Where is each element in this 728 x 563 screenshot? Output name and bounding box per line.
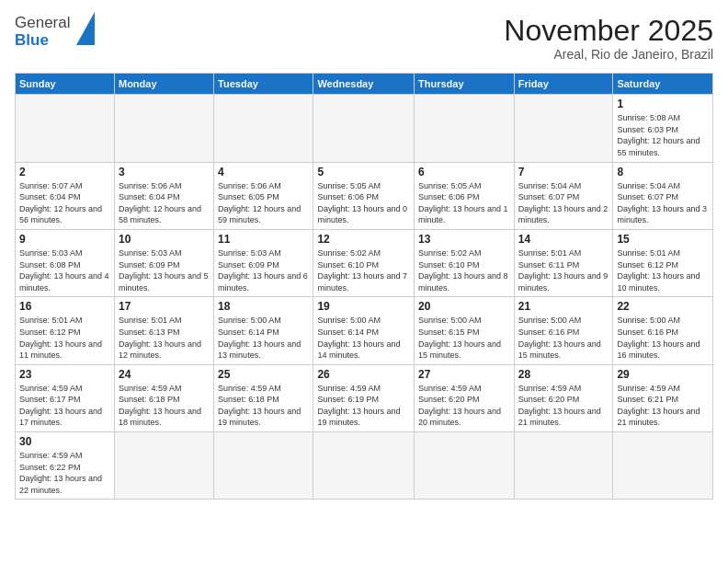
weekday-header-wednesday: Wednesday xyxy=(313,74,415,95)
calendar-cell: 29Sunrise: 4:59 AM Sunset: 6:21 PM Dayli… xyxy=(613,364,713,431)
day-info: Sunrise: 5:04 AM Sunset: 6:07 PM Dayligh… xyxy=(518,180,609,226)
calendar-cell: 3Sunrise: 5:06 AM Sunset: 6:04 PM Daylig… xyxy=(114,162,213,229)
calendar-cell: 2Sunrise: 5:07 AM Sunset: 6:04 PM Daylig… xyxy=(16,162,115,229)
day-number: 3 xyxy=(119,166,210,178)
calendar-cell xyxy=(415,95,515,162)
calendar-cell: 18Sunrise: 5:00 AM Sunset: 6:14 PM Dayli… xyxy=(214,297,313,364)
day-number: 12 xyxy=(317,233,410,246)
day-info: Sunrise: 5:05 AM Sunset: 6:06 PM Dayligh… xyxy=(418,180,510,226)
weekday-header-thursday: Thursday xyxy=(415,74,515,95)
day-number: 26 xyxy=(317,368,410,381)
day-number: 14 xyxy=(518,233,609,246)
calendar-cell xyxy=(313,95,415,162)
day-number: 4 xyxy=(218,166,309,178)
calendar-cell xyxy=(114,95,213,162)
weekday-header-monday: Monday xyxy=(114,74,213,95)
calendar-cell: 24Sunrise: 4:59 AM Sunset: 6:18 PM Dayli… xyxy=(114,364,213,431)
day-info: Sunrise: 4:59 AM Sunset: 6:22 PM Dayligh… xyxy=(19,450,110,496)
calendar-cell xyxy=(415,432,515,500)
day-info: Sunrise: 5:00 AM Sunset: 6:16 PM Dayligh… xyxy=(518,315,609,361)
calendar-cell: 15Sunrise: 5:01 AM Sunset: 6:12 PM Dayli… xyxy=(613,229,713,296)
calendar-cell xyxy=(16,95,115,162)
day-number: 11 xyxy=(218,233,309,246)
day-info: Sunrise: 4:59 AM Sunset: 6:17 PM Dayligh… xyxy=(19,383,110,429)
calendar-cell: 6Sunrise: 5:05 AM Sunset: 6:06 PM Daylig… xyxy=(415,162,515,229)
calendar-cell: 10Sunrise: 5:03 AM Sunset: 6:09 PM Dayli… xyxy=(114,229,213,296)
calendar-cell: 8Sunrise: 5:04 AM Sunset: 6:07 PM Daylig… xyxy=(613,162,713,229)
calendar-cell xyxy=(514,432,613,500)
day-number: 25 xyxy=(218,368,309,381)
day-number: 27 xyxy=(418,368,510,381)
location-subtitle: Areal, Rio de Janeiro, Brazil xyxy=(504,47,713,62)
day-info: Sunrise: 5:08 AM Sunset: 6:03 PM Dayligh… xyxy=(617,112,709,158)
day-info: Sunrise: 4:59 AM Sunset: 6:20 PM Dayligh… xyxy=(518,383,609,429)
day-info: Sunrise: 5:03 AM Sunset: 6:08 PM Dayligh… xyxy=(19,247,110,293)
calendar-cell: 30Sunrise: 4:59 AM Sunset: 6:22 PM Dayli… xyxy=(16,432,115,500)
day-number: 24 xyxy=(119,368,210,381)
calendar-cell: 25Sunrise: 4:59 AM Sunset: 6:18 PM Dayli… xyxy=(214,364,313,431)
calendar-cell: 12Sunrise: 5:02 AM Sunset: 6:10 PM Dayli… xyxy=(313,229,415,296)
day-number: 6 xyxy=(418,166,510,178)
day-info: Sunrise: 5:00 AM Sunset: 6:16 PM Dayligh… xyxy=(617,315,709,361)
header: General Blue November 2025 Areal, Rio de… xyxy=(15,15,713,62)
day-info: Sunrise: 4:59 AM Sunset: 6:18 PM Dayligh… xyxy=(119,383,210,429)
day-number: 7 xyxy=(518,166,609,178)
weekday-header-saturday: Saturday xyxy=(613,74,713,95)
day-info: Sunrise: 4:59 AM Sunset: 6:20 PM Dayligh… xyxy=(418,383,510,429)
day-info: Sunrise: 4:59 AM Sunset: 6:18 PM Dayligh… xyxy=(218,383,309,429)
calendar-cell: 5Sunrise: 5:05 AM Sunset: 6:06 PM Daylig… xyxy=(313,162,415,229)
calendar-cell: 17Sunrise: 5:01 AM Sunset: 6:13 PM Dayli… xyxy=(114,297,213,364)
day-info: Sunrise: 5:02 AM Sunset: 6:10 PM Dayligh… xyxy=(418,247,510,293)
day-info: Sunrise: 5:01 AM Sunset: 6:11 PM Dayligh… xyxy=(518,247,609,293)
day-info: Sunrise: 5:03 AM Sunset: 6:09 PM Dayligh… xyxy=(119,247,210,293)
calendar-cell: 21Sunrise: 5:00 AM Sunset: 6:16 PM Dayli… xyxy=(514,297,613,364)
day-number: 18 xyxy=(218,300,309,313)
day-number: 10 xyxy=(119,233,210,246)
calendar-cell: 7Sunrise: 5:04 AM Sunset: 6:07 PM Daylig… xyxy=(514,162,613,229)
day-number: 15 xyxy=(617,233,709,246)
day-number: 23 xyxy=(19,368,110,381)
day-number: 8 xyxy=(617,166,709,178)
day-info: Sunrise: 5:07 AM Sunset: 6:04 PM Dayligh… xyxy=(19,180,110,226)
day-number: 13 xyxy=(418,233,510,246)
weekday-header-tuesday: Tuesday xyxy=(214,74,313,95)
calendar-cell: 23Sunrise: 4:59 AM Sunset: 6:17 PM Dayli… xyxy=(16,364,115,431)
day-info: Sunrise: 5:00 AM Sunset: 6:14 PM Dayligh… xyxy=(218,315,309,361)
calendar-cell xyxy=(613,432,713,500)
day-number: 2 xyxy=(19,166,110,178)
calendar-cell: 9Sunrise: 5:03 AM Sunset: 6:08 PM Daylig… xyxy=(16,229,115,296)
day-info: Sunrise: 5:01 AM Sunset: 6:13 PM Dayligh… xyxy=(119,315,210,361)
day-info: Sunrise: 5:00 AM Sunset: 6:15 PM Dayligh… xyxy=(418,315,510,361)
calendar-cell: 27Sunrise: 4:59 AM Sunset: 6:20 PM Dayli… xyxy=(415,364,515,431)
day-number: 17 xyxy=(119,300,210,313)
day-info: Sunrise: 5:00 AM Sunset: 6:14 PM Dayligh… xyxy=(317,315,410,361)
calendar-cell xyxy=(114,432,213,500)
calendar-cell: 26Sunrise: 4:59 AM Sunset: 6:19 PM Dayli… xyxy=(313,364,415,431)
calendar-cell: 11Sunrise: 5:03 AM Sunset: 6:09 PM Dayli… xyxy=(214,229,313,296)
day-number: 29 xyxy=(617,368,709,381)
logo: General Blue xyxy=(15,15,95,49)
day-info: Sunrise: 5:01 AM Sunset: 6:12 PM Dayligh… xyxy=(617,247,709,293)
calendar-cell xyxy=(214,432,313,500)
day-number: 21 xyxy=(518,300,609,313)
day-info: Sunrise: 5:01 AM Sunset: 6:12 PM Dayligh… xyxy=(19,315,110,361)
calendar-cell: 22Sunrise: 5:00 AM Sunset: 6:16 PM Dayli… xyxy=(613,297,713,364)
calendar-cell: 19Sunrise: 5:00 AM Sunset: 6:14 PM Dayli… xyxy=(313,297,415,364)
calendar-cell: 28Sunrise: 4:59 AM Sunset: 6:20 PM Dayli… xyxy=(514,364,613,431)
day-number: 20 xyxy=(418,300,510,313)
calendar-cell xyxy=(514,95,613,162)
weekday-header-friday: Friday xyxy=(514,74,613,95)
day-info: Sunrise: 5:02 AM Sunset: 6:10 PM Dayligh… xyxy=(317,247,410,293)
day-number: 1 xyxy=(617,98,709,110)
day-number: 22 xyxy=(617,300,709,313)
day-number: 28 xyxy=(518,368,609,381)
day-info: Sunrise: 5:06 AM Sunset: 6:04 PM Dayligh… xyxy=(119,180,210,226)
weekday-header-sunday: Sunday xyxy=(16,74,115,95)
day-info: Sunrise: 4:59 AM Sunset: 6:21 PM Dayligh… xyxy=(617,383,709,429)
month-title: November 2025 xyxy=(504,15,713,47)
calendar-cell: 20Sunrise: 5:00 AM Sunset: 6:15 PM Dayli… xyxy=(415,297,515,364)
day-number: 16 xyxy=(19,300,110,313)
day-info: Sunrise: 5:06 AM Sunset: 6:05 PM Dayligh… xyxy=(218,180,309,226)
day-info: Sunrise: 5:03 AM Sunset: 6:09 PM Dayligh… xyxy=(218,247,309,293)
day-info: Sunrise: 5:05 AM Sunset: 6:06 PM Dayligh… xyxy=(317,180,410,226)
